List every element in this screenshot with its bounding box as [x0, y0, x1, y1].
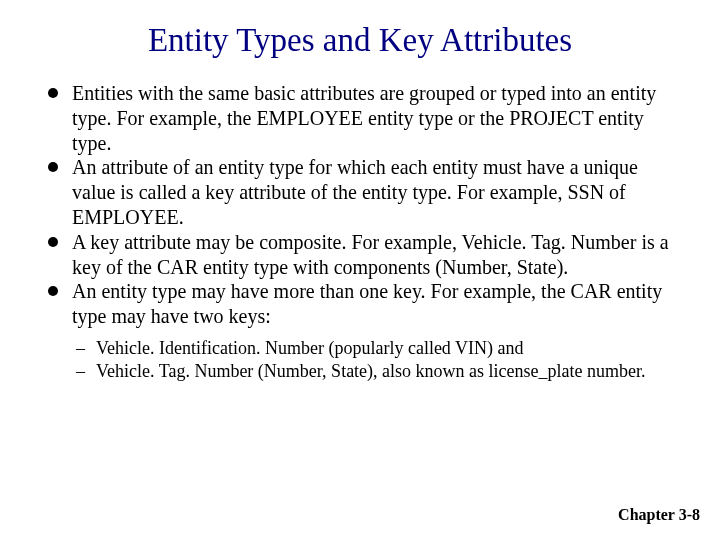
footer-chapter: Chapter 3-8 — [618, 506, 700, 524]
slide: Entity Types and Key Attributes Entities… — [0, 0, 720, 540]
bullet-list: Entities with the same basic attributes … — [42, 81, 680, 329]
sub-bullet-item: Vehicle. Identification. Number (popular… — [76, 337, 680, 360]
bullet-item: Entities with the same basic attributes … — [42, 81, 680, 155]
slide-title: Entity Types and Key Attributes — [40, 22, 680, 59]
bullet-item: An attribute of an entity type for which… — [42, 155, 680, 229]
sub-bullet-list: Vehicle. Identification. Number (popular… — [76, 337, 680, 383]
sub-bullet-item: Vehicle. Tag. Number (Number, State), al… — [76, 360, 680, 383]
bullet-item: An entity type may have more than one ke… — [42, 279, 680, 329]
bullet-item: A key attribute may be composite. For ex… — [42, 230, 680, 280]
